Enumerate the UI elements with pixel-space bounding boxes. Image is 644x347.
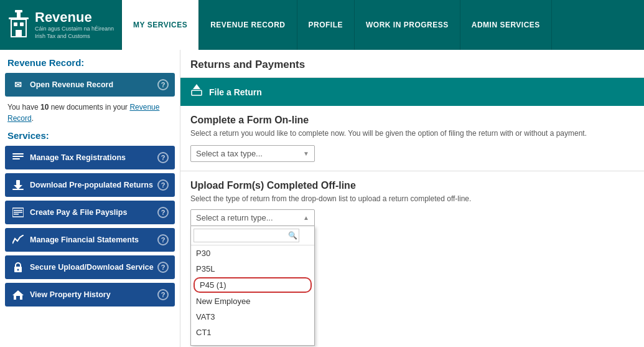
- svg-rect-14: [14, 210, 22, 211]
- logo-tagline1: Cáin agus Custaim na hÉireann: [35, 26, 114, 33]
- dropdown-item-vat3[interactable]: VAT3: [191, 309, 314, 325]
- return-type-placeholder: Select a return type...: [196, 213, 273, 222]
- upload-form-desc: Select the type of return from the drop-…: [190, 194, 634, 203]
- manage-tax-registrations-button[interactable]: Manage Tax Registrations ?: [5, 146, 175, 169]
- revenue-record-title: Revenue Record:: [7, 57, 175, 68]
- dropdown-item-ct1[interactable]: CT1: [191, 325, 314, 340]
- logo-tagline2: Irish Tax and Customs: [35, 33, 114, 40]
- help-icon-upload[interactable]: ?: [157, 262, 169, 273]
- content-area: Returns and Payments File a Return Compl…: [180, 50, 644, 347]
- download-prepopulated-button[interactable]: Download Pre-populated Returns ?: [5, 173, 175, 197]
- dropdown-search-input[interactable]: [194, 229, 299, 242]
- help-icon-payslips[interactable]: ?: [157, 207, 169, 218]
- dropdown-item-p45-1[interactable]: P45 (1): [194, 277, 312, 293]
- header: Revenue Cáin agus Custaim na hÉireann Ir…: [0, 0, 644, 50]
- tab-work-in-progress[interactable]: WORK IN PROGRESS: [355, 0, 460, 50]
- tab-revenue-record[interactable]: REVENUE RECORD: [199, 0, 297, 50]
- svg-rect-1: [17, 12, 21, 17]
- return-type-arrow: ▲: [303, 214, 309, 221]
- tab-profile[interactable]: PROFILE: [297, 0, 355, 50]
- file-return-bar[interactable]: File a Return: [180, 78, 644, 106]
- dropdown-item-p35l[interactable]: P35L: [191, 261, 314, 277]
- svg-rect-4: [14, 22, 17, 26]
- main-container: Revenue Record: ✉ Open Revenue Record ? …: [0, 50, 644, 347]
- svg-rect-0: [15, 10, 22, 12]
- tab-my-services[interactable]: MY SERVICES: [121, 0, 199, 50]
- revenue-record-info: You have 10 new documents in your Revenu…: [7, 102, 172, 124]
- tax-reg-icon: [11, 152, 25, 163]
- manage-financial-button[interactable]: Manage Financial Statements ?: [5, 228, 175, 252]
- new-docs-count: 10: [40, 103, 49, 112]
- page-title: Returns and Payments: [180, 50, 644, 78]
- help-icon-open-record[interactable]: ?: [157, 79, 169, 90]
- svg-rect-10: [16, 180, 20, 185]
- tax-type-placeholder: Select a tax type...: [196, 149, 263, 158]
- svg-marker-22: [193, 84, 200, 89]
- help-icon-financial[interactable]: ?: [157, 234, 169, 245]
- upload-form-title: Upload Form(s) Completed Off-line: [190, 180, 634, 191]
- return-type-trigger[interactable]: Select a return type... ▲: [190, 209, 315, 226]
- svg-rect-16: [14, 214, 19, 215]
- financial-icon: [11, 234, 25, 245]
- return-type-list: 🔍 P30 P35L P45 (1) New Employee VAT3 CT1…: [190, 226, 315, 346]
- svg-point-18: [17, 269, 19, 271]
- open-revenue-record-label: Open Revenue Record: [30, 80, 113, 89]
- svg-rect-20: [16, 296, 20, 300]
- property-icon: [11, 289, 25, 300]
- logo-revenue: Revenue: [35, 9, 114, 26]
- download-icon: [11, 179, 25, 191]
- complete-form-desc: Select a return you would like to comple…: [190, 129, 634, 138]
- help-icon-tax-reg[interactable]: ?: [157, 152, 169, 163]
- help-icon-property[interactable]: ?: [157, 289, 169, 300]
- svg-rect-9: [12, 158, 20, 159]
- tax-reg-label: Manage Tax Registrations: [30, 153, 126, 162]
- create-payslips-button[interactable]: Create Pay & File Payslips ?: [5, 201, 175, 224]
- nav-tabs: MY SERVICES REVENUE RECORD PROFILE WORK …: [121, 0, 644, 50]
- complete-form-title: Complete a Form On-line: [190, 115, 634, 126]
- svg-rect-12: [12, 189, 24, 190]
- secure-upload-button[interactable]: Secure Upload/Download Service ?: [5, 255, 175, 279]
- upload-label: Secure Upload/Download Service: [30, 263, 154, 272]
- revenue-logo-icon: [7, 9, 30, 40]
- svg-rect-8: [12, 156, 24, 157]
- payslips-label: Create Pay & File Payslips: [30, 208, 127, 217]
- property-label: View Property History: [30, 290, 111, 299]
- tax-type-arrow: ▼: [303, 150, 309, 157]
- help-icon-prepop[interactable]: ?: [157, 179, 169, 191]
- complete-form-section: Complete a Form On-line Select a return …: [180, 106, 644, 171]
- svg-rect-6: [16, 30, 22, 37]
- dropdown-item-new-employee[interactable]: New Employee: [191, 293, 314, 309]
- lock-icon: [11, 262, 25, 273]
- payslips-icon: [11, 207, 25, 218]
- logo-area: Revenue Cáin agus Custaim na hÉireann Ir…: [0, 0, 121, 50]
- file-return-icon: [190, 84, 203, 100]
- svg-marker-11: [14, 185, 22, 189]
- tab-admin-services[interactable]: ADMIN SERVICES: [460, 0, 552, 50]
- upload-form-section: Upload Form(s) Completed Off-line Select…: [180, 171, 644, 347]
- logo-text: Revenue Cáin agus Custaim na hÉireann Ir…: [35, 9, 114, 40]
- services-title: Services:: [7, 130, 175, 141]
- svg-rect-5: [20, 22, 24, 26]
- tax-type-select[interactable]: Select a tax type... ▼: [190, 145, 315, 162]
- svg-rect-21: [192, 90, 202, 95]
- dropdown-item-p30[interactable]: P30: [191, 245, 314, 261]
- search-icon: 🔍: [288, 231, 297, 240]
- svg-rect-15: [14, 212, 22, 213]
- svg-rect-7: [12, 153, 24, 154]
- dropdown-search-box: 🔍: [191, 226, 314, 245]
- view-property-button[interactable]: View Property History ?: [5, 283, 175, 307]
- prepopulated-label: Download Pre-populated Returns: [30, 181, 153, 189]
- sidebar: Revenue Record: ✉ Open Revenue Record ? …: [0, 50, 180, 347]
- file-return-label: File a Return: [209, 87, 262, 97]
- dropdown-item-46g[interactable]: 46G (Company): [191, 340, 314, 345]
- dropdown-items-list: P30 P35L P45 (1) New Employee VAT3 CT1 4…: [191, 245, 314, 345]
- btn-left: ✉ Open Revenue Record: [11, 79, 113, 90]
- envelope-icon: ✉: [11, 79, 25, 90]
- return-type-dropdown: Select a return type... ▲ 🔍 P30 P35L P45…: [190, 209, 315, 226]
- financial-label: Manage Financial Statements: [30, 235, 139, 244]
- open-revenue-record-button[interactable]: ✉ Open Revenue Record ?: [5, 73, 175, 97]
